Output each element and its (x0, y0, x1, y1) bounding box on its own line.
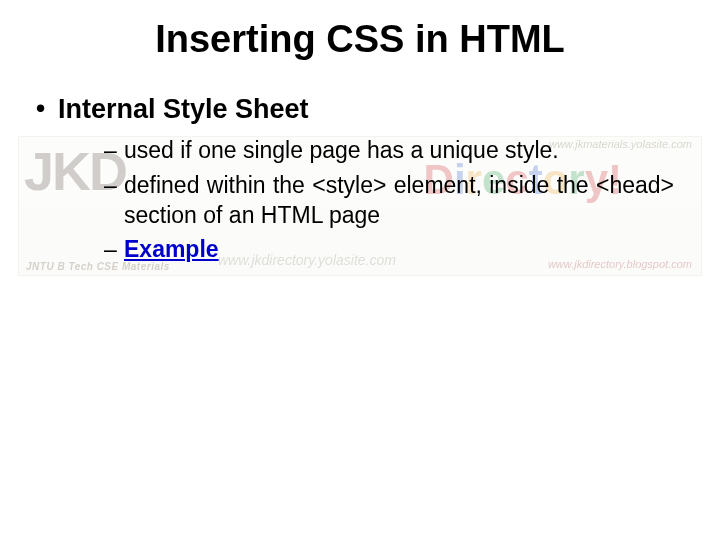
subbullet-example: Example (104, 234, 680, 264)
example-link[interactable]: Example (124, 236, 219, 262)
bullet-internal-style-sheet: Internal Style Sheet used if one single … (36, 93, 680, 265)
subbullet-defined-within: defined within the <style> element, insi… (104, 170, 680, 231)
bullet-level-1-list: Internal Style Sheet used if one single … (0, 93, 720, 265)
bullet-level-2-list: used if one single page has a unique sty… (58, 135, 680, 264)
subbullet-unique-style: used if one single page has a unique sty… (104, 135, 680, 165)
slide-title: Inserting CSS in HTML (0, 0, 720, 61)
subbullet-0-text: used if one single page has a unique sty… (124, 137, 559, 163)
slide: Inserting CSS in HTML Internal Style She… (0, 0, 720, 540)
subbullet-1-text: defined within the <style> element, insi… (124, 172, 674, 228)
bullet1-text: Internal Style Sheet (58, 94, 309, 124)
